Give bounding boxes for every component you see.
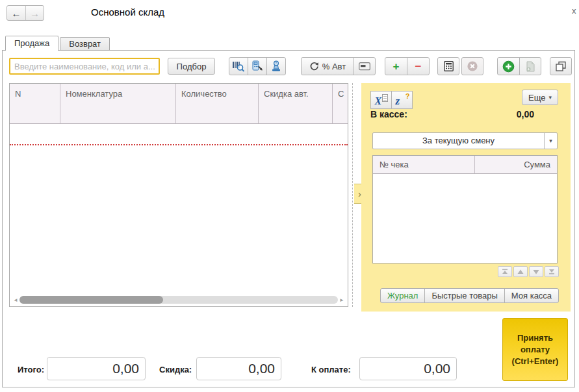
pos-window: ← → Основной склад х Продажа Возврат Под…: [0, 0, 579, 392]
copy-document-icon: [526, 61, 535, 72]
more-button[interactable]: Еще ▾: [522, 90, 558, 105]
open-window-icon: [556, 61, 566, 71]
tab-sale[interactable]: Продажа: [5, 36, 58, 51]
new-receipt-toolbar: [497, 57, 541, 75]
scan-toolbar: [229, 57, 286, 75]
go-up-button[interactable]: [513, 266, 528, 277]
items-table: N Номенклатура Количество Скидка авт. С …: [9, 83, 348, 307]
discount-field[interactable]: [196, 357, 281, 380]
x-report-icon: X: [375, 97, 382, 106]
caret-down-icon: ▾: [549, 138, 552, 144]
z-report-button[interactable]: z ?: [391, 91, 413, 109]
current-row-marker: [10, 144, 348, 145]
discount-toolbar: % Авт: [301, 57, 376, 75]
scrollbar-thumb[interactable]: [19, 296, 163, 304]
accept-payment-line1: Принять: [517, 332, 553, 344]
report-page-icon: [382, 94, 388, 102]
copy-receipt-button[interactable]: [519, 57, 541, 75]
barcode-search-icon: [232, 60, 245, 72]
accept-payment-line2: оплату: [521, 344, 550, 356]
add-circle-icon: [502, 60, 515, 73]
period-dropdown-arrow[interactable]: ▾: [544, 133, 557, 149]
panel-footer-tabs: Журнал Быстрые товары Моя касса: [380, 288, 559, 303]
terminal-button[interactable]: [248, 57, 267, 75]
minus-icon: −: [415, 61, 422, 72]
column-header-number[interactable]: N: [10, 84, 60, 123]
in-cash-label: В кассе:: [370, 109, 407, 119]
go-down-button[interactable]: [529, 266, 543, 277]
back-icon: ←: [12, 8, 21, 19]
caret-down-icon: ▾: [548, 94, 552, 101]
panel-splitter-line: [352, 83, 353, 307]
due-label: К оплате:: [311, 365, 351, 374]
calculator-button[interactable]: [437, 57, 459, 75]
scales-icon: [270, 60, 282, 72]
items-table-header: N Номенклатура Количество Скидка авт. С: [10, 84, 348, 124]
cancel-icon: [467, 60, 478, 72]
go-up-icon: [517, 269, 524, 275]
tab-my-cash[interactable]: Моя касса: [504, 288, 559, 303]
tab-bar: Продажа Возврат: [5, 36, 111, 51]
page-title: Основной склад: [91, 6, 164, 18]
pick-button[interactable]: Подбор: [168, 58, 215, 75]
cancel-receipt-button[interactable]: [461, 57, 483, 75]
go-down-icon: [533, 269, 539, 275]
more-button-label: Еще: [528, 93, 545, 103]
key-icon: ?: [405, 92, 410, 100]
receipt-nav-buttons: [498, 266, 559, 277]
column-header-clipped[interactable]: С: [333, 84, 348, 123]
payment-terminal-icon: [251, 60, 264, 72]
scroll-right-icon[interactable]: ►: [338, 297, 346, 303]
tab-journal[interactable]: Журнал: [380, 288, 425, 303]
card-button[interactable]: [354, 57, 376, 75]
accept-payment-line3: (Ctrl+Enter): [512, 356, 559, 367]
scales-button[interactable]: [266, 57, 286, 75]
go-first-icon: [502, 269, 508, 275]
receipt-number-column[interactable]: № чека: [373, 156, 475, 173]
refresh-icon: [309, 62, 319, 71]
barcode-search-button[interactable]: [229, 57, 248, 75]
cash-panel: X z ? Еще ▾ В кассе: 0,00 За текущую сме…: [361, 83, 571, 312]
in-cash-value: 0,00: [517, 109, 534, 119]
plus-icon: +: [393, 61, 400, 72]
tab-return[interactable]: Возврат: [60, 37, 110, 51]
scroll-left-icon[interactable]: ◄: [12, 297, 19, 303]
tab-quick-goods[interactable]: Быстрые товары: [424, 288, 504, 303]
column-header-nomenclature[interactable]: Номенклатура: [60, 84, 176, 123]
go-last-icon: [548, 269, 555, 275]
period-selector[interactable]: За текущую смену ▾: [372, 132, 558, 149]
discount-label: Скидка:: [159, 365, 192, 374]
report-buttons: X z ?: [370, 91, 413, 109]
x-report-button[interactable]: X: [370, 91, 392, 109]
receipt-sum-column[interactable]: Сумма: [475, 156, 557, 173]
total-label: Итого:: [18, 365, 44, 374]
search-input[interactable]: [9, 58, 160, 75]
column-header-quantity[interactable]: Количество: [176, 84, 259, 123]
auto-discount-button[interactable]: % Авт: [301, 57, 354, 75]
row-edit-toolbar: + −: [385, 57, 430, 75]
new-receipt-button[interactable]: [497, 57, 520, 75]
receipts-table: № чека Сумма: [372, 155, 558, 263]
remove-row-button[interactable]: −: [407, 57, 430, 75]
forward-icon: →: [30, 8, 40, 19]
due-field[interactable]: [359, 357, 457, 380]
form-frame: Подбор: [2, 50, 575, 387]
total-field[interactable]: [47, 357, 146, 380]
z-report-icon: z: [396, 97, 400, 106]
items-horizontal-scrollbar: ◄ ►: [12, 295, 346, 304]
forward-button[interactable]: →: [25, 6, 44, 20]
accept-payment-button[interactable]: Принять оплату (Ctrl+Enter): [502, 318, 568, 381]
scrollbar-track[interactable]: [19, 296, 338, 304]
go-last-button[interactable]: [545, 266, 559, 277]
go-first-button[interactable]: [498, 266, 512, 277]
close-icon[interactable]: х: [572, 6, 576, 16]
open-window-button[interactable]: [550, 57, 572, 75]
history-nav: ← →: [6, 5, 44, 21]
auto-discount-label: % Авт: [322, 62, 346, 71]
back-button[interactable]: ←: [7, 6, 25, 20]
period-selector-value: За текущую смену: [373, 133, 544, 149]
card-icon: [359, 62, 370, 71]
calculator-icon: [444, 61, 454, 71]
column-header-auto-discount[interactable]: Скидка авт.: [259, 84, 333, 123]
add-row-button[interactable]: +: [385, 57, 407, 75]
